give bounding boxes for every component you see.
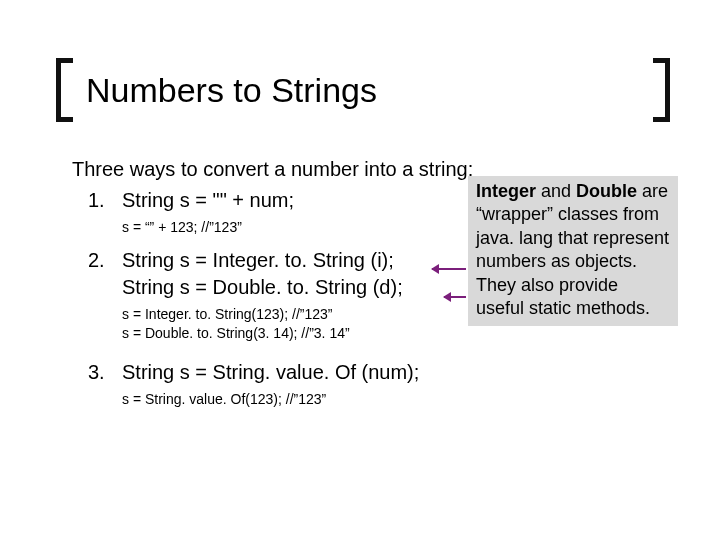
slide-title: Numbers to Strings [82,71,644,110]
item-3-code: String s = String. value. Of (num); [122,359,680,386]
callout-bold-2: Double [576,181,637,201]
callout-rest: are “wrapper” classes from java. lang th… [476,181,669,318]
arrow-icon [444,296,466,298]
item-3-note: s = String. value. Of(123); //”123” [122,390,680,409]
item-number: 2. [88,247,105,274]
slide-title-row: Numbers to Strings [56,58,670,122]
item-number: 3. [88,359,105,386]
item-number: 1. [88,187,105,214]
callout-bold-1: Integer [476,181,536,201]
bracket-right-icon [644,58,670,122]
list-item-3: 3. String s = String. value. Of (num); s… [122,359,680,409]
item-2-note-b: s = Double. to. String(3. 14); //”3. 14” [122,324,680,343]
callout-box: Integer and Double are “wrapper” classes… [468,176,678,326]
arrow-icon [432,268,466,270]
callout-mid: and [536,181,576,201]
bracket-left-icon [56,58,82,122]
